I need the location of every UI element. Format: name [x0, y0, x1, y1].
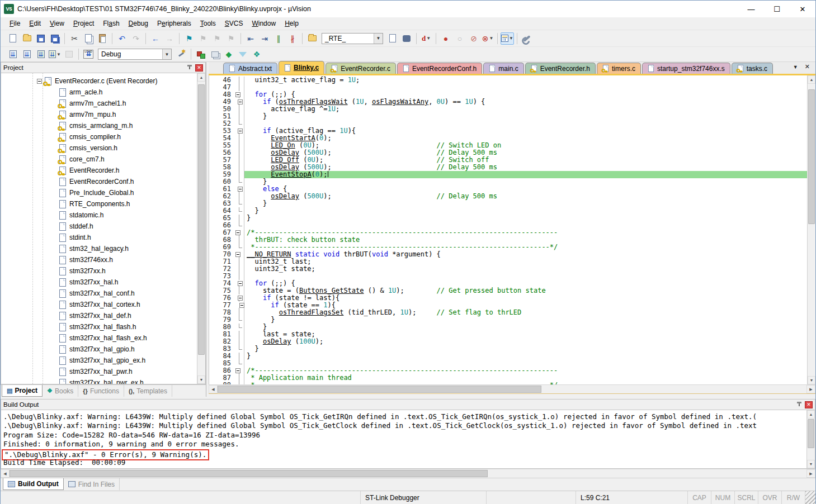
- code-line-46[interactable]: 46 uint32_t active_flag = 1U;: [209, 77, 807, 84]
- code-line-82[interactable]: 82 osDelay (100U);: [209, 338, 807, 345]
- project-tree-scrollbar[interactable]: ▲ ▼: [197, 73, 205, 384]
- menu-debug[interactable]: Debug: [124, 18, 153, 28]
- resize-grip[interactable]: [805, 491, 815, 504]
- scroll-up-icon[interactable]: ▲: [807, 410, 815, 419]
- build-output-hscrollbar[interactable]: ◀ ▶: [1, 469, 815, 478]
- fold-collapse-icon[interactable]: [235, 367, 244, 374]
- build-icon[interactable]: [20, 48, 34, 60]
- bottom-tab-find-in-files[interactable]: Find In Files: [64, 478, 120, 490]
- code-line-50[interactable]: 50 active_flag ^=1U;: [209, 106, 807, 113]
- editor-hscrollbar[interactable]: ◀ ▶: [209, 384, 815, 393]
- download-load-icon[interactable]: LOAD: [82, 48, 95, 60]
- find-next-icon[interactable]: [400, 32, 413, 45]
- batch-build-icon[interactable]: ▼: [48, 48, 62, 60]
- navigate-forward-icon[interactable]: →: [163, 32, 176, 45]
- tree-item[interactable]: stm32f7xx_hal_flash.h: [1, 321, 197, 332]
- tree-item[interactable]: stm32f7xx_hal_conf.h: [1, 288, 197, 299]
- tab-Blinky.c[interactable]: Blinky.c: [279, 61, 324, 74]
- fold-collapse-icon[interactable]: [235, 91, 244, 98]
- close-panel-icon[interactable]: ✕: [195, 64, 203, 72]
- close-panel-icon[interactable]: ✕: [805, 401, 813, 408]
- tree-item[interactable]: stm32f7xx_hal_pwr_ex.h: [1, 377, 197, 384]
- tree-item[interactable]: stm32f7xx_hal_pwr.h: [1, 366, 197, 377]
- redo-icon[interactable]: ↷: [129, 32, 143, 45]
- window-layout-icon[interactable]: ▼: [501, 32, 514, 45]
- fold-collapse-icon[interactable]: [235, 98, 244, 106]
- bookmark-toggle-icon[interactable]: ⚑: [182, 32, 196, 45]
- rebuild-all-icon[interactable]: [34, 48, 48, 60]
- close-button[interactable]: ✕: [790, 1, 815, 17]
- panel-tab-books[interactable]: ❖Books: [43, 385, 78, 397]
- panel-tab-project[interactable]: ▤Project: [2, 385, 43, 397]
- breakpoint-kill-all-icon[interactable]: ⊗▼: [481, 32, 494, 45]
- code-line-72[interactable]: 72 uint32_t state;: [209, 265, 807, 273]
- build-output-scrollbar[interactable]: ▲ ▼: [806, 410, 815, 468]
- navigate-back-icon[interactable]: ←: [149, 32, 162, 45]
- code-line-63[interactable]: 63 }: [209, 200, 807, 207]
- menu-file[interactable]: File: [5, 18, 25, 28]
- tab-EventRecorder.c[interactable]: EventRecorder.c: [326, 63, 396, 74]
- translate-file-icon[interactable]: [6, 48, 20, 60]
- tree-item[interactable]: RTE_Components.h: [1, 198, 197, 210]
- tree-item[interactable]: core_cm7.h: [1, 154, 197, 165]
- code-line-78[interactable]: 78 osThreadFlagsSet (tid_thrLED, 1U); //…: [209, 309, 807, 316]
- file-save-icon[interactable]: [34, 32, 48, 45]
- panel-tab-templates[interactable]: (),Templates: [124, 385, 172, 397]
- code-line-79[interactable]: 79 }: [209, 316, 807, 324]
- breakpoint-toggle-icon[interactable]: ●: [439, 32, 452, 45]
- manage-rte-icon[interactable]: [194, 48, 207, 60]
- fold-collapse-icon[interactable]: [235, 186, 244, 193]
- code-line-73[interactable]: 73: [209, 273, 807, 280]
- fold-collapse-icon[interactable]: [235, 280, 244, 287]
- panel-tab-functions[interactable]: {}Functions: [78, 385, 124, 397]
- code-line-47[interactable]: 47: [209, 84, 807, 91]
- menu-help[interactable]: Help: [280, 18, 303, 28]
- tree-item[interactable]: stm32_hal_legacy.h: [1, 243, 197, 254]
- options-for-target-icon[interactable]: [174, 48, 188, 60]
- manage-project-items-icon[interactable]: [208, 48, 221, 60]
- bookmark-prev-icon[interactable]: ⚑: [210, 32, 224, 45]
- tree-item[interactable]: armv7m_mpu.h: [1, 109, 197, 120]
- scroll-left-icon[interactable]: ◀: [209, 385, 218, 393]
- collapse-icon[interactable]: [37, 79, 42, 84]
- tree-item[interactable]: armv7m_cachel1.h: [1, 98, 197, 109]
- find-in-files-doc-icon[interactable]: [386, 32, 399, 45]
- menu-project[interactable]: Project: [69, 18, 98, 28]
- fold-collapse-icon[interactable]: [235, 229, 244, 236]
- tree-item[interactable]: stm32f7xx_hal.h: [1, 277, 197, 288]
- scroll-down-icon[interactable]: ▼: [197, 375, 205, 384]
- fold-collapse-icon[interactable]: [235, 294, 244, 302]
- code-line-64[interactable]: 64 }: [209, 207, 807, 215]
- undo-icon[interactable]: ↶: [115, 32, 129, 45]
- code-line-51[interactable]: 51 }: [209, 113, 807, 120]
- select-software-packs-icon[interactable]: ◆: [222, 48, 235, 60]
- stop-build-icon[interactable]: [62, 48, 76, 60]
- breakpoint-enable-disable-icon[interactable]: ○: [453, 32, 466, 45]
- copy-icon[interactable]: [82, 32, 95, 45]
- code-line-59[interactable]: 59 EventStopA(0);: [209, 171, 807, 178]
- file-save-all-icon[interactable]: [48, 32, 62, 45]
- tree-item[interactable]: stdint.h: [1, 232, 197, 243]
- tree-item[interactable]: Pre_Include_Global.h: [1, 187, 197, 198]
- tree-item[interactable]: EventRecorder.h: [1, 165, 197, 176]
- menu-window[interactable]: Window: [247, 18, 280, 28]
- menu-svcs[interactable]: SVCS: [220, 18, 248, 28]
- code-line-83[interactable]: 83 }: [209, 345, 807, 353]
- tree-item[interactable]: EventRecorder.c (Event Recorder): [1, 75, 197, 87]
- tree-item[interactable]: stm32f7xx.h: [1, 265, 197, 277]
- pack-installer-icon[interactable]: ❖: [250, 48, 263, 60]
- tree-item[interactable]: stm32f746xx.h: [1, 254, 197, 265]
- code-line-60[interactable]: 60 }: [209, 178, 807, 186]
- tree-item[interactable]: stm32f7xx_hal_cortex.h: [1, 299, 197, 310]
- silicon-vendor-filter-icon[interactable]: [236, 48, 249, 60]
- configure-tools-icon[interactable]: [520, 32, 534, 45]
- fold-collapse-icon[interactable]: [235, 302, 244, 309]
- bookmark-next-icon[interactable]: ⚑: [196, 32, 210, 45]
- tab-startup_stm32f746xx.s[interactable]: startup_stm32f746xx.s: [642, 63, 730, 74]
- rte-file-icon[interactable]: [305, 32, 319, 45]
- code-line-62[interactable]: 62 osDelay (500U); // Delay 500 ms: [209, 193, 807, 200]
- chevron-down-icon[interactable]: ▼: [374, 34, 383, 44]
- tree-item[interactable]: stm32f7xx_hal_gpio_ex.h: [1, 355, 197, 366]
- tab-EventRecorderConf.h[interactable]: EventRecorderConf.h: [397, 63, 482, 74]
- scroll-up-icon[interactable]: ▲: [808, 75, 815, 84]
